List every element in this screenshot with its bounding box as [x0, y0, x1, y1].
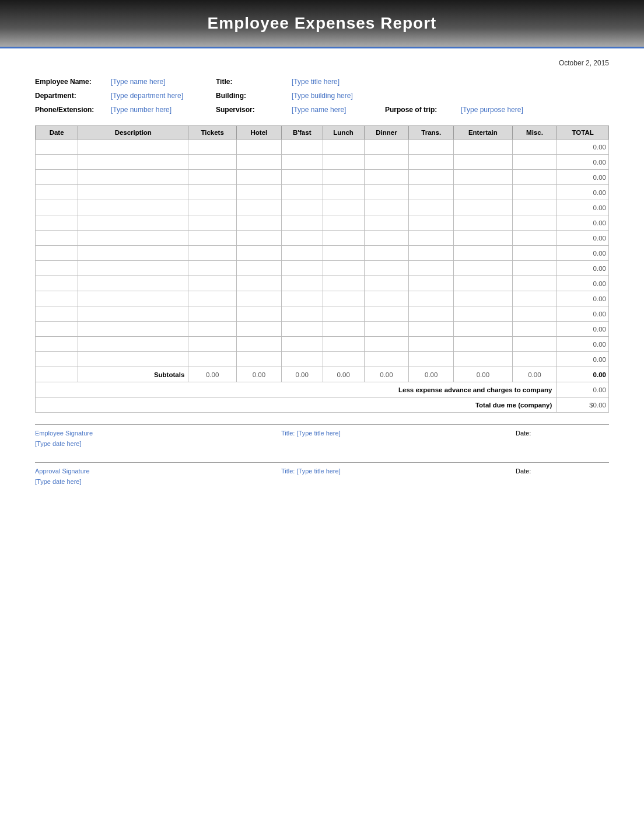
building-group: Building: [Type building here] — [216, 92, 385, 100]
table-cell — [323, 155, 364, 170]
table-cell — [36, 276, 78, 291]
table-cell — [281, 231, 323, 246]
table-cell — [454, 322, 512, 337]
table-cell — [409, 170, 454, 185]
expense-table: Date Description Tickets Hotel B'fast Lu… — [35, 125, 609, 413]
col-description: Description — [78, 126, 188, 140]
table-cell — [323, 170, 364, 185]
table-cell — [323, 352, 364, 367]
employee-sig-label: Employee Signature — [35, 430, 270, 437]
col-entertain: Entertain — [454, 126, 512, 140]
table-cell — [454, 155, 512, 170]
table-cell — [188, 261, 237, 276]
table-cell — [236, 261, 281, 276]
table-cell — [78, 140, 188, 155]
table-row: 0.00 — [36, 155, 609, 170]
table-cell — [364, 291, 409, 306]
table-cell — [236, 231, 281, 246]
table-cell — [323, 231, 364, 246]
purpose-label: Purpose of trip: — [385, 106, 461, 114]
table-cell — [512, 185, 557, 200]
table-cell — [236, 200, 281, 215]
table-cell — [281, 200, 323, 215]
building-label: Building: — [216, 92, 292, 100]
table-cell — [323, 322, 364, 337]
table-row: 0.00 — [36, 261, 609, 276]
table-cell — [512, 140, 557, 155]
table-cell — [78, 306, 188, 322]
table-cell — [36, 231, 78, 246]
subtotal-value: 0.00 — [409, 367, 454, 382]
table-cell — [323, 140, 364, 155]
row-total: 0.00 — [557, 200, 609, 215]
table-cell — [409, 276, 454, 291]
approval-sig-row-1: Approval Signature Title: [Type title he… — [35, 468, 609, 475]
table-cell — [236, 170, 281, 185]
table-cell — [188, 306, 237, 322]
table-cell — [78, 276, 188, 291]
table-cell — [364, 306, 409, 322]
table-cell — [36, 291, 78, 306]
table-cell — [281, 322, 323, 337]
col-dinner: Dinner — [364, 126, 409, 140]
row-total: 0.00 — [557, 170, 609, 185]
subtotal-value: 0.00 — [236, 367, 281, 382]
subtotal-value: 0.00 — [323, 367, 364, 382]
table-cell — [188, 140, 237, 155]
row-total: 0.00 — [557, 246, 609, 261]
table-cell — [512, 170, 557, 185]
table-row: 0.00 — [36, 215, 609, 231]
table-row: 0.00 — [36, 352, 609, 367]
row-total: 0.00 — [557, 185, 609, 200]
table-cell — [78, 215, 188, 231]
signature-section: Employee Signature Title: [Type title he… — [35, 424, 609, 489]
table-cell — [188, 246, 237, 261]
table-cell — [236, 215, 281, 231]
field-row-2: Department: [Type department here] Build… — [35, 92, 609, 100]
table-cell — [78, 337, 188, 352]
table-row: 0.00 — [36, 322, 609, 337]
table-cell — [454, 352, 512, 367]
table-cell — [236, 246, 281, 261]
row-total: 0.00 — [557, 140, 609, 155]
table-cell — [78, 261, 188, 276]
table-cell — [36, 322, 78, 337]
table-cell — [512, 276, 557, 291]
table-cell — [512, 352, 557, 367]
table-cell — [188, 291, 237, 306]
table-cell — [454, 306, 512, 322]
employee-sig-row-1: Employee Signature Title: [Type title he… — [35, 430, 609, 437]
supervisor-group: Supervisor: [Type name here] — [216, 106, 373, 114]
row-total: 0.00 — [557, 276, 609, 291]
table-cell — [512, 337, 557, 352]
table-cell — [512, 246, 557, 261]
table-header-row: Date Description Tickets Hotel B'fast Lu… — [36, 126, 609, 140]
table-cell — [281, 185, 323, 200]
table-cell — [36, 246, 78, 261]
table-cell — [188, 185, 237, 200]
table-cell — [364, 276, 409, 291]
title-value: [Type title here] — [292, 78, 385, 86]
department-group: Department: [Type department here] — [35, 92, 204, 100]
table-cell — [236, 291, 281, 306]
subtotals-row: Subtotals0.000.000.000.000.000.000.000.0… — [36, 367, 609, 382]
subtotal-value: 0.00 — [454, 367, 512, 382]
subtotal-value: 0.00 — [364, 367, 409, 382]
table-cell — [281, 140, 323, 155]
field-row-3: Phone/Extension: [Type number here] Supe… — [35, 106, 609, 114]
col-tickets: Tickets — [188, 126, 237, 140]
table-cell — [281, 337, 323, 352]
row-total: 0.00 — [557, 215, 609, 231]
table-cell — [236, 306, 281, 322]
table-row: 0.00 — [36, 337, 609, 352]
phone-label: Phone/Extension: — [35, 106, 111, 114]
table-cell — [409, 322, 454, 337]
building-value: [Type building here] — [292, 92, 385, 100]
approval-date-value: [Type date here] — [35, 478, 82, 485]
table-cell — [512, 261, 557, 276]
table-cell — [323, 337, 364, 352]
table-cell — [236, 276, 281, 291]
table-cell — [188, 276, 237, 291]
table-cell — [281, 261, 323, 276]
table-cell — [36, 215, 78, 231]
